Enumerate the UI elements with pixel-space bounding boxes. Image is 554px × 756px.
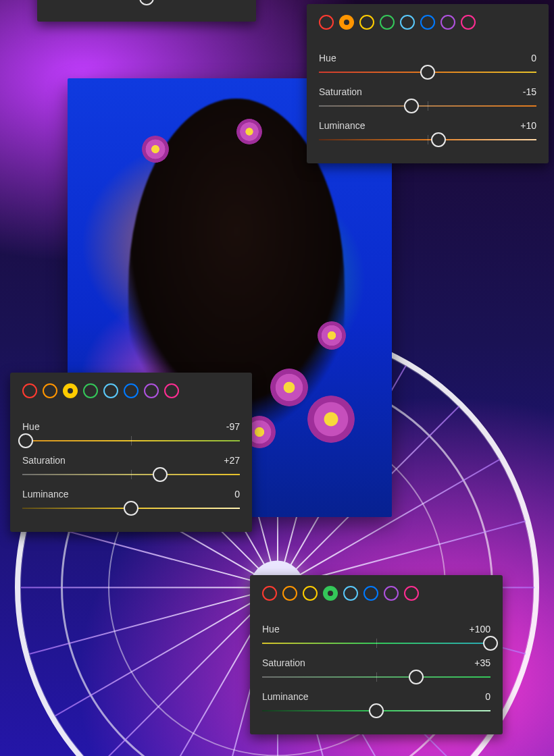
hue-value: -97 — [226, 421, 240, 432]
color-swatch[interactable] — [404, 586, 419, 601]
saturation-value: +27 — [224, 455, 240, 466]
saturation-value: -15 — [523, 86, 536, 97]
slider-knob[interactable] — [431, 132, 446, 147]
flower-icon — [318, 321, 346, 350]
color-swatch[interactable] — [303, 586, 318, 601]
color-swatch[interactable] — [323, 586, 338, 601]
color-swatch[interactable] — [164, 383, 179, 398]
luminance-label: Luminance — [319, 120, 366, 131]
color-swatch[interactable] — [103, 383, 118, 398]
flower-icon — [270, 369, 308, 406]
slider-knob[interactable] — [483, 636, 498, 651]
luminance-slider[interactable] — [262, 703, 490, 718]
saturation-value: +35 — [474, 657, 490, 668]
luminance-slider[interactable] — [319, 132, 536, 147]
color-swatch[interactable] — [380, 15, 395, 30]
color-swatch[interactable] — [63, 383, 78, 398]
color-mix-panel: Hue0Saturation-15Luminance+10 — [307, 4, 549, 163]
color-swatch[interactable] — [22, 383, 37, 398]
luminance-label: Luminance — [22, 489, 69, 500]
saturation-slider[interactable] — [262, 670, 490, 684]
color-swatch[interactable] — [262, 586, 277, 601]
color-swatch-row — [319, 15, 536, 30]
color-swatch[interactable] — [343, 586, 358, 601]
saturation-slider[interactable] — [22, 467, 240, 482]
hue-slider[interactable] — [262, 636, 490, 651]
color-swatch[interactable] — [420, 15, 435, 30]
hue-value: +100 — [469, 624, 490, 634]
color-swatch[interactable] — [124, 383, 138, 398]
slider-knob[interactable] — [404, 99, 419, 113]
flower-icon — [307, 396, 355, 443]
hue-slider[interactable] — [22, 433, 240, 448]
color-swatch[interactable] — [359, 15, 374, 30]
color-mix-panel: Hue-97Saturation+27Luminance0 — [10, 373, 252, 532]
color-swatch[interactable] — [144, 383, 159, 398]
flower-icon — [236, 119, 262, 144]
luminance-slider[interactable] — [49, 0, 244, 5]
color-mix-panel: Luminance0 — [37, 0, 256, 22]
slider-knob[interactable] — [18, 433, 33, 448]
hue-slider[interactable] — [319, 65, 536, 80]
color-swatch[interactable] — [43, 383, 57, 398]
luminance-slider[interactable] — [22, 501, 240, 516]
color-swatch[interactable] — [384, 586, 399, 601]
luminance-value: 0 — [485, 691, 490, 702]
slider-knob[interactable] — [409, 670, 424, 684]
color-swatch[interactable] — [440, 15, 455, 30]
flower-icon — [142, 136, 169, 163]
color-swatch[interactable] — [339, 15, 354, 30]
slider-knob[interactable] — [153, 467, 168, 482]
saturation-label: Saturation — [22, 455, 66, 466]
hue-label: Hue — [319, 53, 336, 63]
slider-knob[interactable] — [124, 501, 138, 516]
color-swatch[interactable] — [282, 586, 297, 601]
hue-label: Hue — [22, 421, 40, 432]
color-swatch[interactable] — [400, 15, 415, 30]
saturation-label: Saturation — [319, 86, 362, 97]
luminance-value: +10 — [520, 120, 536, 131]
luminance-label: Luminance — [262, 691, 309, 702]
luminance-value: 0 — [234, 489, 240, 500]
hue-value: 0 — [531, 53, 536, 63]
slider-knob[interactable] — [420, 65, 435, 80]
saturation-slider[interactable] — [319, 99, 536, 113]
color-swatch-row — [22, 383, 240, 398]
saturation-label: Saturation — [262, 657, 305, 668]
color-swatch[interactable] — [363, 586, 378, 601]
slider-knob[interactable] — [369, 703, 384, 718]
color-mix-panel: Hue+100Saturation+35Luminance0 — [250, 575, 503, 734]
canvas: Luminance0Hue0Saturation-15Luminance+10H… — [0, 0, 554, 756]
slider-knob[interactable] — [139, 0, 154, 5]
color-swatch[interactable] — [83, 383, 98, 398]
color-swatch[interactable] — [461, 15, 476, 30]
hue-label: Hue — [262, 624, 280, 634]
color-swatch[interactable] — [319, 15, 334, 30]
color-swatch-row — [262, 586, 490, 601]
